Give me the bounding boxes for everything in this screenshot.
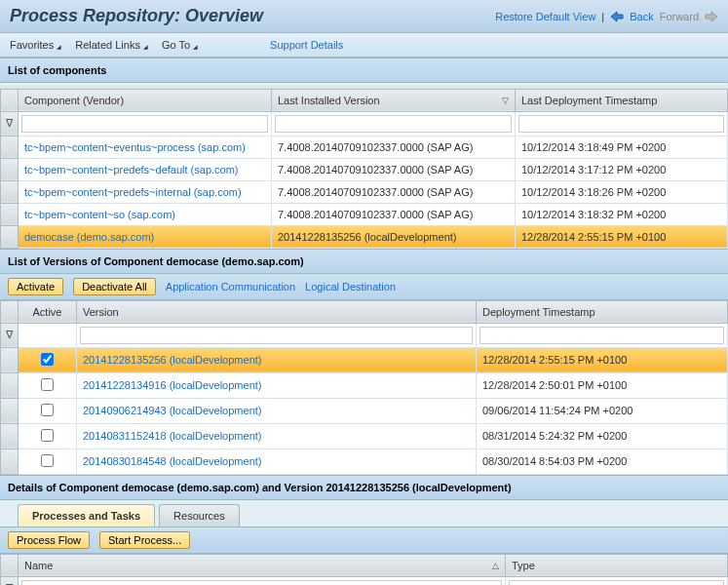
filter-stub xyxy=(1,89,19,111)
forward-link[interactable]: Forward xyxy=(660,11,699,22)
col-type[interactable]: Type xyxy=(506,554,728,576)
application-communication-link[interactable]: Application Communication xyxy=(166,281,295,292)
filter-icon[interactable]: ∇ xyxy=(1,323,19,347)
section-title-details: Details of Component democase (demo.sap.… xyxy=(0,475,728,500)
process-flow-button[interactable]: Process Flow xyxy=(8,531,90,549)
deactivate-all-button[interactable]: Deactivate All xyxy=(73,278,156,295)
filter-timestamp-input[interactable] xyxy=(518,115,724,133)
svg-marker-1 xyxy=(706,12,717,21)
menu-related-links[interactable]: Related Links xyxy=(75,39,148,51)
col-name[interactable]: Name△ xyxy=(19,554,506,576)
component-cell: tc~bpem~content~eventus~process (sap.com… xyxy=(19,136,272,158)
table-row[interactable]: 20140830184548 (localDevelopment)08/30/2… xyxy=(1,448,728,474)
row-stub xyxy=(1,225,19,248)
version-cell: 20141228134916 (localDevelopment) xyxy=(77,372,477,398)
component-cell: tc~bpem~content~predefs~internal (sap.co… xyxy=(19,180,272,203)
row-stub xyxy=(1,448,19,474)
sort-icon[interactable]: △ xyxy=(492,561,499,570)
active-cell xyxy=(19,347,77,372)
active-checkbox[interactable] xyxy=(41,353,54,366)
row-stub xyxy=(1,180,19,203)
filter-version-input[interactable] xyxy=(80,327,473,344)
component-cell: democase (demo.sap.com) xyxy=(19,225,272,248)
page-header: Process Repository: Overview Restore Def… xyxy=(0,0,728,33)
table-row[interactable]: 20140906214943 (localDevelopment)09/06/2… xyxy=(1,398,728,423)
menu-goto[interactable]: Go To xyxy=(162,39,198,51)
active-checkbox[interactable] xyxy=(41,378,54,391)
active-checkbox[interactable] xyxy=(41,429,54,442)
details-action-bar: Process Flow Start Process... xyxy=(0,527,728,554)
timestamp-cell: 10/12/2014 3:18:26 PM +0200 xyxy=(516,180,728,203)
filter-icon[interactable]: ∇ xyxy=(1,576,19,585)
filter-name-input[interactable] xyxy=(21,580,502,586)
timestamp-cell: 08/31/2014 5:24:32 PM +0200 xyxy=(477,423,728,448)
tab-resources[interactable]: Resources xyxy=(159,504,240,526)
col-timestamp[interactable]: Deployment Timestamp xyxy=(477,300,728,323)
table-row[interactable]: tc~bpem~content~eventus~process (sap.com… xyxy=(1,136,728,158)
filter-icon[interactable]: ∇ xyxy=(1,111,19,136)
forward-arrow-icon[interactable] xyxy=(705,11,718,22)
restore-default-view-link[interactable]: Restore Default View xyxy=(495,11,595,22)
table-row[interactable]: 20141228134916 (localDevelopment)12/28/2… xyxy=(1,372,728,398)
version-cell: 7.4008.20140709102337.0000 (SAP AG) xyxy=(272,180,516,203)
col-timestamp[interactable]: Last Deployment Timestamp xyxy=(516,89,728,111)
row-stub xyxy=(1,203,19,225)
components-table: Component (Vendor) Last Installed Versio… xyxy=(0,83,728,249)
row-stub xyxy=(1,158,19,180)
col-version[interactable]: Version xyxy=(77,300,477,323)
component-link[interactable]: tc~bpem~content~predefs~default (sap.com… xyxy=(24,164,239,176)
version-link[interactable]: 20141228135256 (localDevelopment) xyxy=(83,354,261,366)
col-component[interactable]: Component (Vendor) xyxy=(19,89,272,111)
version-cell: 7.4008.20140709102337.0000 (SAP AG) xyxy=(272,136,516,158)
component-link[interactable]: tc~bpem~content~eventus~process (sap.com… xyxy=(24,141,246,153)
version-link[interactable]: 20140830184548 (localDevelopment) xyxy=(83,455,261,467)
menu-support-details[interactable]: Support Details xyxy=(270,39,343,51)
filter-stub xyxy=(1,554,19,576)
component-link[interactable]: tc~bpem~content~predefs~internal (sap.co… xyxy=(24,186,242,198)
timestamp-cell: 10/12/2014 3:18:49 PM +0200 xyxy=(516,136,728,158)
back-link[interactable]: Back xyxy=(630,11,653,22)
start-process-button[interactable]: Start Process... xyxy=(99,531,190,549)
component-link[interactable]: tc~bpem~content~so (sap.com) xyxy=(24,209,175,220)
table-row[interactable]: tc~bpem~content~so (sap.com)7.4008.20140… xyxy=(1,203,728,225)
versions-action-bar: Activate Deactivate All Application Comm… xyxy=(0,274,728,300)
filter-version-input[interactable] xyxy=(275,115,512,133)
filter-stub xyxy=(1,300,19,323)
section-title-components: List of components xyxy=(0,58,728,83)
active-cell xyxy=(19,448,77,474)
component-cell: tc~bpem~content~so (sap.com) xyxy=(19,203,272,225)
filter-type-input[interactable] xyxy=(509,580,724,586)
timestamp-cell: 10/12/2014 3:17:12 PM +0200 xyxy=(516,158,728,180)
col-version[interactable]: Last Installed Version▽ xyxy=(272,89,516,111)
version-cell: 20140831152418 (localDevelopment) xyxy=(77,423,477,448)
active-cell xyxy=(19,423,77,448)
table-row[interactable]: tc~bpem~content~predefs~default (sap.com… xyxy=(1,158,728,180)
activate-button[interactable]: Activate xyxy=(8,278,63,295)
version-cell: 20141228135256 (localDevelopment) xyxy=(77,347,477,372)
component-cell: tc~bpem~content~predefs~default (sap.com… xyxy=(19,158,272,180)
version-link[interactable]: 20140906214943 (localDevelopment) xyxy=(83,405,261,416)
table-row[interactable]: democase (demo.sap.com)20141228135256 (l… xyxy=(1,225,728,248)
menu-favorites[interactable]: Favorites xyxy=(10,39,61,51)
table-row[interactable]: 20140831152418 (localDevelopment)08/31/2… xyxy=(1,423,728,448)
active-checkbox[interactable] xyxy=(41,454,54,467)
row-stub xyxy=(1,136,19,158)
version-cell: 7.4008.20140709102337.0000 (SAP AG) xyxy=(272,203,516,225)
back-arrow-icon[interactable] xyxy=(610,11,624,22)
svg-marker-0 xyxy=(611,12,623,21)
col-active[interactable]: Active xyxy=(19,300,77,323)
section-title-versions: List of Versions of Component democase (… xyxy=(0,249,728,274)
filter-component-input[interactable] xyxy=(21,115,268,133)
component-link[interactable]: democase (demo.sap.com) xyxy=(24,231,154,243)
separator: | xyxy=(601,11,604,22)
table-row[interactable]: 20141228135256 (localDevelopment)12/28/2… xyxy=(1,347,728,372)
version-link[interactable]: 20140831152418 (localDevelopment) xyxy=(83,430,261,442)
filter-timestamp-input[interactable] xyxy=(479,327,724,344)
sort-icon[interactable]: ▽ xyxy=(502,96,509,105)
table-row[interactable]: tc~bpem~content~predefs~internal (sap.co… xyxy=(1,180,728,203)
active-checkbox[interactable] xyxy=(41,404,54,416)
timestamp-cell: 12/28/2014 2:55:15 PM +0100 xyxy=(516,225,728,248)
tab-processes[interactable]: Processes and Tasks xyxy=(18,504,155,526)
logical-destination-link[interactable]: Logical Destination xyxy=(305,281,396,292)
version-link[interactable]: 20141228134916 (localDevelopment) xyxy=(83,379,261,391)
